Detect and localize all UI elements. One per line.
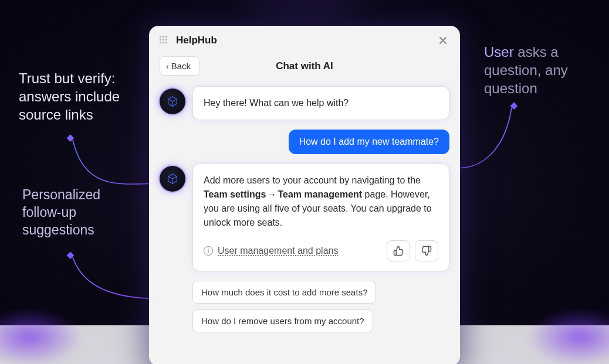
close-icon[interactable]	[437, 34, 449, 47]
back-button[interactable]: ‹ Back	[160, 56, 199, 76]
info-icon: i	[204, 246, 213, 256]
user-question-bubble: How do I add my new teammate?	[289, 130, 449, 154]
back-button-label: Back	[171, 61, 191, 71]
ai-answer-row: Add more users to your account by naviga…	[160, 164, 449, 271]
svg-rect-2	[510, 102, 518, 110]
helphub-panel: HelpHub ‹ Back Chat with AI Hey there! W…	[149, 26, 460, 364]
arrow-glyph: →	[267, 189, 276, 199]
panel-header: HelpHub	[149, 26, 460, 53]
app-grid-icon	[160, 36, 169, 45]
answer-text: Add more users to your account by naviga…	[204, 175, 421, 185]
answer-bold1: Team settings	[204, 189, 266, 199]
svg-rect-1	[67, 251, 75, 259]
app-title: HelpHub	[176, 35, 437, 46]
ai-answer-bubble: Add more users to your account by naviga…	[192, 164, 449, 271]
callout-user-question: User asks a question, any question	[484, 43, 596, 98]
thumbs-down-button[interactable]	[415, 240, 438, 261]
callout-trust-verify: Trust but verify: answers include source…	[19, 69, 142, 124]
source-row: i User management and plans	[204, 240, 438, 261]
ai-message-row: Hey there! What can we help with?	[160, 86, 449, 120]
suggestions: How much does it cost to add more seats?…	[192, 281, 449, 332]
user-message-row: How do I add my new teammate?	[160, 130, 449, 154]
answer-bold2: Team management	[278, 189, 362, 199]
callout-followups: Personalized follow-up suggestions	[22, 186, 134, 239]
ai-avatar	[160, 89, 185, 114]
ai-greeting-bubble: Hey there! What can we help with?	[192, 86, 449, 120]
chevron-left-icon: ‹	[166, 62, 169, 71]
svg-rect-0	[67, 134, 75, 142]
panel-subheader: ‹ Back Chat with AI	[149, 53, 460, 84]
chat-body: Hey there! What can we help with? How do…	[149, 84, 460, 343]
suggestion-button[interactable]: How do I remove users from my account?	[192, 309, 373, 332]
thumbs-up-button[interactable]	[387, 240, 410, 261]
source-link[interactable]: User management and plans	[218, 244, 338, 258]
suggestion-button[interactable]: How much does it cost to add more seats?	[192, 281, 376, 304]
ai-avatar	[160, 166, 185, 192]
